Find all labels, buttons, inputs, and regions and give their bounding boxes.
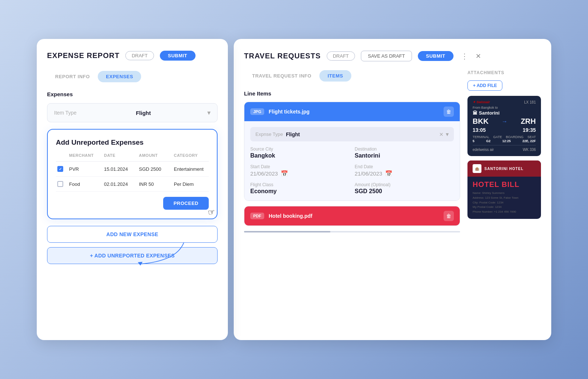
source-city-label: Source City xyxy=(250,147,349,152)
scroll-thumb xyxy=(244,231,330,232)
edelweiss-logo: edelweiss air xyxy=(473,148,494,152)
gate-value: G2 xyxy=(486,139,491,143)
row2-date: 02.01.2024 xyxy=(104,181,137,187)
attachments-title: ATTACHMENTS xyxy=(467,70,541,75)
hotel-delete-button[interactable]: 🗑 xyxy=(444,211,454,221)
expense-type-value: Flight xyxy=(286,131,439,137)
hotel-bill-title: HOTEL BILL xyxy=(473,180,536,189)
close-button[interactable]: ✕ xyxy=(476,52,481,60)
row1-amount: SGD 2500 xyxy=(139,166,172,172)
row1-checkbox[interactable] xyxy=(57,166,63,172)
travel-requests-header: TRAVEL REQUESTS DRAFT SAVE AS DRAFT SUBM… xyxy=(244,51,541,61)
flight-class-value: Economy xyxy=(250,188,349,195)
clear-expense-type-button[interactable]: ✕ xyxy=(439,131,444,137)
tab-expenses[interactable]: EXPENSES xyxy=(98,71,141,82)
amount-field: Amount (Optinoal) SGD 2500 xyxy=(355,182,454,195)
expense-submit-button[interactable]: SUBMIT xyxy=(160,51,196,61)
expense-report-panel: EXPENSE REPORT DRAFT SUBMIT REPORT INFO … xyxy=(37,39,228,340)
row1-merchant: PVR xyxy=(69,166,103,172)
add-new-expense-button[interactable]: ADD NEW EXPENSE xyxy=(47,226,218,243)
pdf-badge: PDF xyxy=(250,213,264,219)
flight-item-body: Expnse Type Flight ✕ ▾ Source City Bangk… xyxy=(244,121,460,201)
amount-value: SGD 2500 xyxy=(355,188,454,195)
travel-requests-title: TRAVEL REQUESTS xyxy=(244,52,321,60)
ticket-airline-row: ✦ Swissair LX 181 xyxy=(473,100,536,104)
hotel-icon: 🏨 xyxy=(473,164,481,173)
ticket-detail-values: 5 G2 12:25 22E, 22F xyxy=(473,139,536,143)
hotel-bill-header: 🏨 SANTORINI HOTEL xyxy=(467,160,541,177)
hotel-line-4: My Postal Code: 1234 xyxy=(473,205,536,210)
terminal-value: 5 xyxy=(473,139,474,143)
destination-field: Destination Santorini xyxy=(355,147,454,159)
more-options-button[interactable]: ⋮ xyxy=(459,52,470,61)
unreported-modal-title: Add Unreported Expenses xyxy=(56,138,209,147)
ticket-times: 13:05 19:35 xyxy=(473,127,536,133)
flight-fields-grid: Source City Bangkok Destination Santorin… xyxy=(250,147,454,195)
ticket-route: BKK → ZRH xyxy=(473,117,536,126)
hotel-name: SANTORINI HOTEL xyxy=(484,167,523,171)
start-date-calendar-icon[interactable]: 📅 xyxy=(281,170,288,177)
source-city-field: Source City Bangkok xyxy=(250,147,349,159)
departure-time: 13:05 xyxy=(473,127,486,133)
main-content-area: TRAVEL REQUEST INFO ITEMS Line Items JPG… xyxy=(244,70,460,232)
hotel-bill-attachment: 🏨 SANTORINI HOTEL HOTEL BILL Name: Shirl… xyxy=(467,160,541,219)
col-merchant: MERCHANT xyxy=(69,153,103,158)
chevron-down-icon: ▾ xyxy=(207,109,211,117)
end-date-label: End Date xyxy=(355,164,454,169)
attachment-destination-text: Santorini xyxy=(479,110,499,116)
save-as-draft-button[interactable]: SAVE AS DRAFT xyxy=(361,51,412,61)
proceed-button[interactable]: PROCEED xyxy=(163,197,209,210)
tab-items[interactable]: ITEMS xyxy=(319,70,351,82)
scroll-indicator xyxy=(244,231,460,232)
hotel-line-5: Phone Number: +1 234 456 7890 xyxy=(473,210,536,214)
attachments-panel: ATTACHMENTS + ADD FILE ✦ Swissair LX 181… xyxy=(467,70,541,232)
hotel-file-name: Hotel booking.pdf xyxy=(269,213,439,219)
destination-label: Destination xyxy=(355,147,454,152)
row2-merchant: Food xyxy=(69,181,103,187)
end-date-calendar-icon[interactable]: 📅 xyxy=(385,170,392,177)
start-date-value: 21/06/2023 xyxy=(250,170,278,177)
amount-label: Amount (Optinoal) xyxy=(355,182,454,187)
row1-date: 15.01.2024 xyxy=(104,166,137,172)
tab-travel-request-info[interactable]: TRAVEL REQUEST INFO xyxy=(244,70,319,82)
row2-category: Per Diem xyxy=(174,181,207,187)
boarding-value: 12:25 xyxy=(502,139,511,143)
col-date: DATE xyxy=(104,153,137,158)
arrival-time: 19:35 xyxy=(523,127,536,133)
add-file-button[interactable]: + ADD FILE xyxy=(467,80,502,91)
expense-draft-badge: DRAFT xyxy=(125,51,154,60)
ticket-to: ZRH xyxy=(521,117,536,126)
row1-category: Entertainment xyxy=(174,166,207,172)
row2-checkbox[interactable] xyxy=(57,181,63,187)
boarding-label: BOARDING xyxy=(506,135,524,139)
item-type-select[interactable]: Item Type Flight ▾ xyxy=(47,103,218,122)
hotel-line-1: Name: Shirley Summers xyxy=(473,191,536,196)
edelweiss-flight-num: WK 336 xyxy=(523,148,536,152)
travel-requests-panel: TRAVEL REQUESTS DRAFT SAVE AS DRAFT SUBM… xyxy=(234,39,551,340)
add-unreported-expenses-button[interactable]: + ADD UNREPORTED EXPENSES xyxy=(47,247,218,264)
row2-amount: INR 50 xyxy=(139,181,172,187)
travel-submit-button[interactable]: SUBMIT xyxy=(418,51,453,61)
expenses-section-label: Expenses xyxy=(47,91,218,97)
end-date-with-icon: 21/06/2023 📅 xyxy=(355,170,454,177)
right-content: TRAVEL REQUEST INFO ITEMS Line Items JPG… xyxy=(244,70,541,232)
seat-label: SEAT xyxy=(527,135,536,139)
flight-class-field: Flight Class Economy xyxy=(250,182,349,195)
cursor-icon: ☞ xyxy=(207,207,216,217)
expense-type-label: Expnse Type xyxy=(255,131,283,137)
flight-delete-button[interactable]: 🗑 xyxy=(444,107,454,117)
table-row: PVR 15.01.2024 SGD 2500 Entertainment xyxy=(56,162,209,177)
source-city-value: Bangkok xyxy=(250,152,349,159)
seat-value: 22E, 22F xyxy=(522,139,536,143)
expense-type-row: Expnse Type Flight ✕ ▾ xyxy=(250,127,454,141)
expense-table-header: MERCHANT DATE AMOUNT CATEGORY xyxy=(56,153,209,162)
tab-report-info[interactable]: REPORT INFO xyxy=(47,71,98,82)
flight-number-1: LX 181 xyxy=(524,100,536,104)
unreported-expenses-modal: Add Unreported Expenses MERCHANT DATE AM… xyxy=(47,129,218,219)
hotel-bill-lines: Name: Shirley Summers Address: 123 Some … xyxy=(473,191,536,214)
expense-type-chevron-icon: ▾ xyxy=(446,131,449,138)
attachment-destination-icon: 🏛 xyxy=(473,110,477,116)
expense-report-header: EXPENSE REPORT DRAFT SUBMIT xyxy=(47,51,218,61)
end-date-value: 21/06/2023 xyxy=(355,170,382,177)
start-date-field: Start Date 21/06/2023 📅 xyxy=(250,164,349,177)
